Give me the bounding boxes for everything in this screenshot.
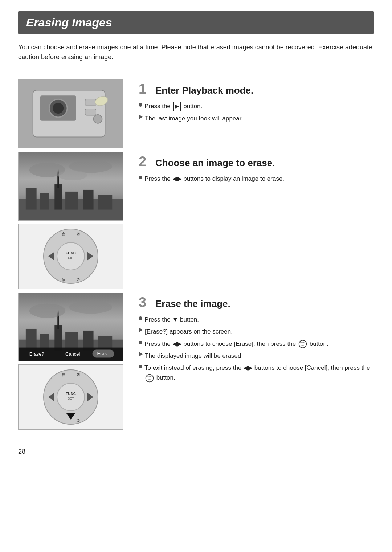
step-3-header: 3 Erase the image. xyxy=(139,295,374,310)
func-dial-svg-2: FUNC SET 自 ⊠ ⊙ xyxy=(42,368,100,426)
step-1-images xyxy=(18,79,127,148)
page-title: Erasing Images xyxy=(26,16,366,29)
svg-text:Erase: Erase xyxy=(97,351,110,356)
bullet-circle-icon xyxy=(139,103,142,107)
step-1-camera-image xyxy=(18,79,123,148)
svg-text:FUNC: FUNC xyxy=(66,392,76,396)
svg-text:SET: SET xyxy=(301,344,304,346)
step-3-bullet-2: [Erase?] appears on the screen. xyxy=(139,327,374,336)
svg-text:⊙: ⊙ xyxy=(77,277,80,282)
step-3-sky-image: Erase? Cancel Erase xyxy=(18,293,123,361)
svg-text:FUNC: FUNC xyxy=(147,376,152,378)
svg-point-4 xyxy=(53,103,64,114)
dial-container-2: FUNC SET 自 ⊠ ⊙ xyxy=(19,365,123,429)
step-3-content: 3 Erase the image. Press the ▼ button. [… xyxy=(127,293,374,385)
step-3-title: Erase the image. xyxy=(155,298,230,310)
step-3-body: Press the ▼ button. [Erase?] appears on … xyxy=(139,315,374,383)
step-1-row: 1 Enter Playback mode. Press the ▶ butto… xyxy=(18,79,374,148)
step-2-row: FUNC SET 自 ⊠ 侕 ⊙ xyxy=(18,152,374,289)
step-2-dial-image: FUNC SET 自 ⊠ 侕 ⊙ xyxy=(18,224,123,289)
step-2-bullet-1-text: Press the ◀▶ buttons to display an image… xyxy=(144,174,374,184)
svg-point-42 xyxy=(29,303,65,318)
step-2-sky-image xyxy=(18,152,123,221)
svg-text:FUNC: FUNC xyxy=(66,251,76,255)
svg-rect-12 xyxy=(40,193,49,210)
svg-point-62 xyxy=(146,374,154,382)
triangle-icon xyxy=(139,327,143,332)
step-3-bullet-2-text: [Erase?] appears on the screen. xyxy=(145,327,374,336)
svg-rect-14 xyxy=(65,192,78,210)
triangle-icon xyxy=(139,114,143,119)
svg-text:自: 自 xyxy=(62,372,66,377)
svg-text:SET: SET xyxy=(68,397,74,400)
dial-container: FUNC SET 自 ⊠ 侕 ⊙ xyxy=(19,224,123,289)
svg-text:⊙: ⊙ xyxy=(77,418,80,422)
intro-text: You can choose and erase images one at a… xyxy=(18,42,374,62)
step-3-row: Erase? Cancel Erase FUNC SET xyxy=(18,293,374,430)
step-3-bullet-3-text: Press the ◀▶ buttons to choose [Erase], … xyxy=(144,339,374,349)
step-2-title: Choose an image to erase. xyxy=(155,158,275,169)
step-3-bullet-5-text: To exit instead of erasing, press the ◀▶… xyxy=(144,363,374,383)
svg-point-21 xyxy=(58,170,87,180)
step-3-dial-image: FUNC SET 自 ⊠ ⊙ xyxy=(18,364,123,430)
step-2-number: 2 xyxy=(139,155,152,168)
step-1-body: Press the ▶ button. The last image you t… xyxy=(139,101,374,123)
step-2-content: 2 Choose an image to erase. Press the ◀▶… xyxy=(127,152,374,186)
step-1-bullet-2: The last image you took will appear. xyxy=(139,114,374,123)
step-3-bullet-1: Press the ▼ button. xyxy=(139,315,374,324)
step-3-number: 3 xyxy=(139,295,152,309)
svg-rect-34 xyxy=(26,329,37,351)
step-3-bullet-4-text: The displayed image will be erased. xyxy=(145,351,374,361)
svg-text:⊠: ⊠ xyxy=(77,372,80,377)
step-3-images: Erase? Cancel Erase FUNC SET xyxy=(18,293,127,430)
svg-rect-38 xyxy=(83,331,94,351)
bullet-circle-icon xyxy=(139,176,142,179)
step-1-header: 1 Enter Playback mode. xyxy=(139,82,374,96)
svg-rect-15 xyxy=(83,190,94,210)
step-1-number: 1 xyxy=(139,82,152,96)
page-title-bar: Erasing Images xyxy=(18,11,374,34)
svg-point-43 xyxy=(69,301,112,314)
playback-button-icon: ▶ xyxy=(173,102,181,111)
svg-point-7 xyxy=(94,115,102,123)
svg-text:Erase?: Erase? xyxy=(29,351,44,357)
step-1-title: Enter Playback mode. xyxy=(155,85,253,96)
svg-text:FUNC: FUNC xyxy=(300,342,305,344)
svg-rect-5 xyxy=(85,99,96,106)
step-3-bullet-4: The displayed image will be erased. xyxy=(139,351,374,361)
steps-container: 1 Enter Playback mode. Press the ▶ butto… xyxy=(18,79,374,433)
step-1-bullet-1-text: Press the ▶ button. xyxy=(144,101,374,111)
svg-text:侕: 侕 xyxy=(62,277,66,282)
svg-rect-11 xyxy=(26,188,37,210)
svg-rect-13 xyxy=(54,184,62,210)
step-2-body: Press the ◀▶ buttons to display an image… xyxy=(139,174,374,184)
svg-rect-16 xyxy=(98,195,112,210)
bullet-circle-icon xyxy=(139,365,142,368)
bullet-circle-icon xyxy=(139,341,142,344)
step-3-bullet-5: To exit instead of erasing, press the ◀▶… xyxy=(139,363,374,383)
svg-rect-36 xyxy=(54,325,62,351)
svg-text:SET: SET xyxy=(148,378,151,380)
triangle-icon xyxy=(139,352,143,357)
page-number: 28 xyxy=(18,448,374,455)
svg-text:⊠: ⊠ xyxy=(77,232,80,236)
bullet-circle-icon xyxy=(139,316,142,320)
step-3-bullet-1-text: Press the ▼ button. xyxy=(144,315,374,324)
step-1-bullet-2-text: The last image you took will appear. xyxy=(145,114,374,123)
svg-text:自: 自 xyxy=(62,232,66,236)
svg-point-59 xyxy=(299,340,307,348)
step-1-content: 1 Enter Playback mode. Press the ▶ butto… xyxy=(127,79,374,126)
step-2-images: FUNC SET 自 ⊠ 侕 ⊙ xyxy=(18,152,127,289)
func-dial-svg: FUNC SET 自 ⊠ 侕 ⊙ xyxy=(42,227,100,285)
divider xyxy=(18,69,374,69)
step-1-bullet-1: Press the ▶ button. xyxy=(139,101,374,111)
step-2-header: 2 Choose an image to erase. xyxy=(139,155,374,169)
svg-text:SET: SET xyxy=(68,256,74,259)
step-2-bullet-1: Press the ◀▶ buttons to display an image… xyxy=(139,174,374,184)
svg-rect-6 xyxy=(85,109,96,115)
step-3-bullet-3: Press the ◀▶ buttons to choose [Erase], … xyxy=(139,339,374,349)
svg-text:Cancel: Cancel xyxy=(65,351,80,357)
